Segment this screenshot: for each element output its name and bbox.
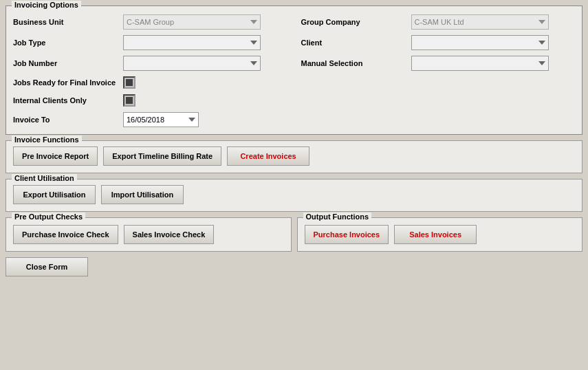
pre-output-checks-section: Pre Output Checks Purchase Invoice Check… xyxy=(6,217,292,252)
client-utilisation-legend: Client Utilisation xyxy=(12,174,77,182)
output-functions-section: Output Functions Purchase Invoices Sales… xyxy=(297,217,583,252)
export-timeline-billing-rate-button[interactable]: Export Timeline Billing Rate xyxy=(103,146,221,166)
pre-invoice-report-button[interactable]: Pre Invoice Report xyxy=(13,146,98,166)
import-utilisation-button[interactable]: Import Utilisation xyxy=(101,185,184,204)
client-utilisation-section: Client Utilisation Export Utilisation Im… xyxy=(6,179,582,212)
invoice-to-label: Invoice To xyxy=(13,116,123,124)
client-select[interactable] xyxy=(411,35,549,50)
invoicing-options-section: Invoicing Options Business Unit C-SAM Gr… xyxy=(6,6,582,135)
invoice-functions-section: Invoice Functions Pre Invoice Report Exp… xyxy=(6,140,582,173)
manual-selection-label: Manual Selection xyxy=(301,59,411,67)
close-form-button[interactable]: Close Form xyxy=(6,257,88,276)
purchase-invoices-button[interactable]: Purchase Invoices xyxy=(305,225,389,244)
business-unit-select[interactable]: C-SAM Group xyxy=(123,14,261,30)
invoicing-options-legend: Invoicing Options xyxy=(12,1,81,9)
bottom-sections: Pre Output Checks Purchase Invoice Check… xyxy=(6,217,582,252)
purchase-invoice-check-button[interactable]: Purchase Invoice Check xyxy=(13,225,118,244)
job-number-label: Job Number xyxy=(13,59,123,67)
jobs-ready-label: Jobs Ready for Final Invoice xyxy=(13,78,123,87)
jobs-ready-checkbox-inner xyxy=(126,79,133,86)
close-form-row: Close Form xyxy=(6,257,582,276)
internal-clients-checkbox-inner xyxy=(126,97,133,104)
sales-invoices-button[interactable]: Sales Invoices xyxy=(394,225,477,244)
client-label: Client xyxy=(301,39,411,47)
invoice-to-select[interactable]: 16/05/2018 xyxy=(123,112,199,127)
export-utilisation-button[interactable]: Export Utilisation xyxy=(13,185,96,204)
jobs-ready-checkbox[interactable] xyxy=(123,76,135,89)
output-functions-legend: Output Functions xyxy=(303,213,372,221)
group-company-label: Group Company xyxy=(301,18,411,26)
sales-invoice-check-button[interactable]: Sales Invoice Check xyxy=(124,225,215,244)
job-number-select[interactable] xyxy=(123,56,261,71)
internal-clients-checkbox[interactable] xyxy=(123,94,135,107)
business-unit-label: Business Unit xyxy=(13,18,123,26)
create-invoices-button[interactable]: Create Invoices xyxy=(227,146,309,166)
pre-output-checks-legend: Pre Output Checks xyxy=(12,213,85,221)
job-type-select[interactable] xyxy=(123,35,261,50)
manual-selection-select[interactable] xyxy=(411,56,549,71)
group-company-select[interactable]: C-SAM UK Ltd xyxy=(411,14,549,30)
internal-clients-label: Internal Clients Only xyxy=(13,96,123,105)
invoice-functions-legend: Invoice Functions xyxy=(12,135,82,144)
job-type-label: Job Type xyxy=(13,39,123,47)
